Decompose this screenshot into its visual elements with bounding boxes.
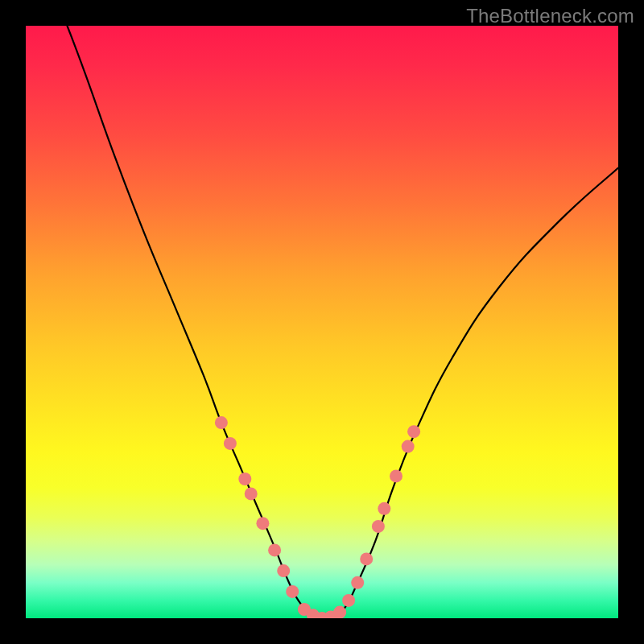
curve-marker — [351, 576, 364, 589]
curve-marker — [238, 473, 251, 485]
curve-marker — [402, 440, 415, 453]
curve-marker — [215, 416, 228, 429]
curve-marker — [277, 564, 290, 577]
watermark-label: TheBottleneck.com — [466, 5, 634, 27]
curve-marker — [256, 517, 269, 530]
chart-root: TheBottleneck.com — [0, 0, 644, 644]
curve-marker — [360, 552, 373, 565]
plot-area — [26, 26, 618, 618]
curve-marker — [407, 425, 420, 438]
curve-marker — [286, 585, 299, 598]
curve-marker — [390, 469, 402, 482]
curve-marker — [224, 437, 237, 450]
curve-marker — [333, 606, 346, 619]
chart-svg — [0, 0, 644, 644]
curve-marker — [342, 594, 355, 607]
curve-marker — [245, 487, 258, 500]
curve-marker — [268, 543, 281, 556]
curve-marker — [378, 502, 390, 515]
curve-marker — [372, 520, 385, 533]
